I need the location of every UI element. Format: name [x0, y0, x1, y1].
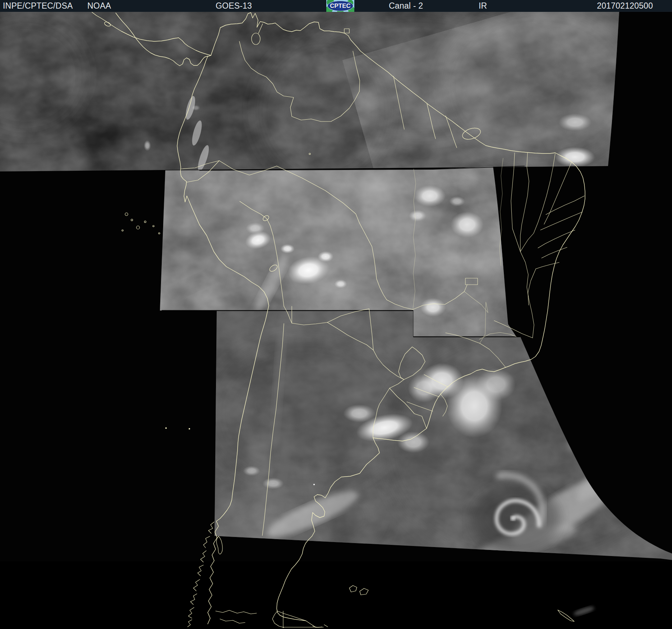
bright-pixel-artifact: [313, 484, 315, 485]
title-bar: INPE/CPTEC/DSA NOAA GOES-13 CPTEC Canal …: [0, 0, 672, 12]
satellite-image: [0, 12, 672, 629]
scanline-overlay: [0, 12, 672, 562]
satellite-viewer: INPE/CPTEC/DSA NOAA GOES-13 CPTEC Canal …: [0, 0, 672, 629]
agency-label: INPE/CPTEC/DSA: [3, 0, 73, 12]
band-label: IR: [479, 0, 487, 12]
channel-label: Canal - 2: [389, 0, 423, 12]
satellite-label: GOES-13: [216, 0, 252, 12]
cptec-logo-text: CPTEC: [326, 0, 354, 12]
timestamp-label: 201702120500: [597, 0, 653, 12]
organization-label: NOAA: [87, 0, 111, 12]
cptec-logo: CPTEC: [326, 0, 354, 12]
